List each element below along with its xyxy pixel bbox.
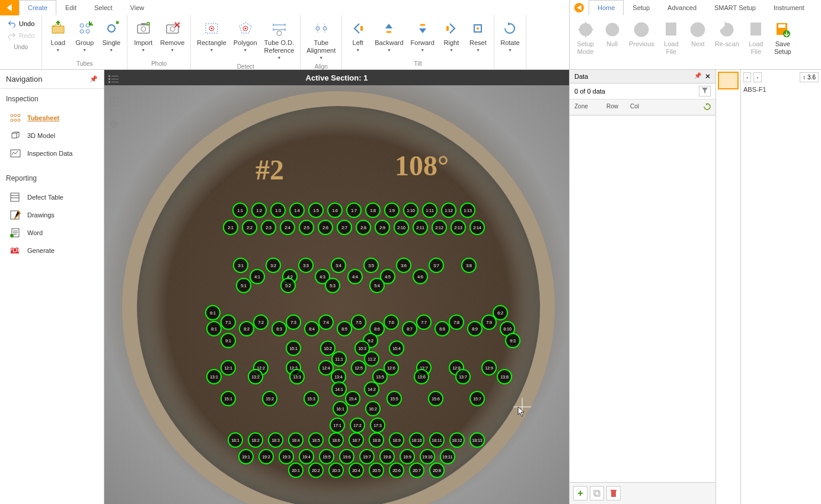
app-logo-right[interactable]	[570, 0, 589, 15]
tube-14-2[interactable]: 14:2	[364, 381, 379, 397]
tube-2-11[interactable]: 2:11	[413, 220, 428, 235]
tube-2-4[interactable]: 2:4	[280, 220, 295, 235]
tube-8-9[interactable]: 8:9	[467, 321, 483, 336]
tube-19-6[interactable]: 19:6	[339, 449, 354, 464]
polygon-button[interactable]: Polygon▼	[230, 17, 261, 54]
filter-icon[interactable]	[699, 86, 711, 97]
rotate-button[interactable]: Rotate▼	[497, 17, 523, 54]
tube-2-7[interactable]: 2:7	[337, 220, 352, 235]
inspector-val1[interactable]: -	[743, 72, 751, 82]
tube-13-8[interactable]: 13:8	[497, 369, 512, 384]
tube-2-14[interactable]: 2:14	[469, 220, 485, 235]
delete-button[interactable]	[606, 486, 621, 500]
tube-5-1[interactable]: 5:1	[236, 278, 251, 293]
tube-18-1[interactable]: 18:1	[228, 432, 243, 448]
tube-9-1[interactable]: 9:1	[221, 333, 236, 348]
tube-19-11[interactable]: 19:11	[440, 449, 455, 464]
tube-8-7[interactable]: 8:7	[402, 321, 417, 336]
menu-tab-setup[interactable]: Setup	[624, 0, 659, 15]
pin-icon[interactable]: 📌	[90, 75, 98, 83]
tube-7-1[interactable]: 7:1	[221, 314, 236, 330]
tube-20-1[interactable]: 20:1	[288, 463, 304, 478]
tube-1-1[interactable]: 1:1	[232, 203, 248, 218]
tube-19-9[interactable]: 19:9	[400, 449, 415, 464]
backward-button[interactable]: Backward▼	[371, 17, 407, 54]
menu-tab-smart-setup[interactable]: SMART Setup	[705, 0, 765, 15]
add-button[interactable]: +	[573, 486, 587, 500]
setupmode-button[interactable]: SetupMode	[572, 18, 599, 67]
tube-12-5[interactable]: 12:5	[351, 360, 366, 375]
tube-19-1[interactable]: 19:1	[238, 449, 254, 464]
tube-18-4[interactable]: 18:4	[288, 432, 304, 448]
savesetup-button[interactable]: SaveSetup	[769, 18, 796, 67]
tube-9-3[interactable]: 9:3	[505, 333, 520, 348]
tube-20-7[interactable]: 20:7	[409, 463, 424, 478]
close-icon[interactable]: ✕	[705, 72, 711, 81]
inspector-val2[interactable]: -	[753, 72, 761, 82]
col-refresh-icon[interactable]	[699, 102, 715, 113]
tube-15-2[interactable]: 15:2	[262, 391, 277, 406]
tube-5-2[interactable]: 5:2	[280, 278, 296, 293]
tube-7-4[interactable]: 7:4	[318, 314, 334, 330]
tube-1-9[interactable]: 1:9	[384, 203, 400, 218]
tube-18-10[interactable]: 18:10	[409, 432, 424, 448]
undo-button[interactable]: Undo	[6, 18, 36, 30]
tube-7-8[interactable]: 7:8	[449, 314, 464, 330]
null-button[interactable]: Null	[599, 18, 625, 67]
tube-19-10[interactable]: 19:10	[420, 449, 435, 464]
rescan-button[interactable]: Re-scan	[711, 18, 743, 67]
tube-7-5[interactable]: 7:5	[351, 314, 366, 330]
next-button[interactable]: Next	[685, 18, 711, 67]
right-button[interactable]: Right▼	[438, 17, 465, 54]
tube-18-6[interactable]: 18:6	[328, 432, 344, 448]
tube-18-2[interactable]: 18:2	[248, 432, 263, 448]
tube-8-3[interactable]: 8:3	[271, 321, 287, 336]
list-tool-icon[interactable]	[108, 73, 120, 85]
tube-18-8[interactable]: 18:8	[369, 432, 384, 448]
tube-14-1[interactable]: 14:1	[331, 381, 347, 397]
tube-3-7[interactable]: 3:7	[429, 258, 444, 273]
tube-19-2[interactable]: 19:2	[258, 449, 274, 464]
tube-8-8[interactable]: 8:8	[435, 321, 450, 336]
menu-tab-advanced[interactable]: Advanced	[659, 0, 705, 15]
menu-tab-home[interactable]: Home	[589, 0, 624, 15]
tube-20-5[interactable]: 20:5	[369, 463, 384, 478]
tube-18-11[interactable]: 18:11	[429, 432, 445, 448]
tube-3-8[interactable]: 3:8	[461, 258, 477, 273]
nav-item-3dmodel[interactable]: 3D Model	[6, 127, 98, 145]
tube-7-6[interactable]: 7:6	[384, 314, 399, 330]
tube-8-5[interactable]: 8:5	[337, 321, 352, 336]
tube-2-9[interactable]: 2:9	[375, 220, 390, 235]
tube-19-3[interactable]: 19:3	[279, 449, 294, 464]
tube-18-7[interactable]: 18:7	[349, 432, 364, 448]
tube-18-13[interactable]: 18:13	[469, 432, 485, 448]
tube-17-2[interactable]: 17:2	[350, 418, 365, 433]
gear-tool-icon[interactable]	[108, 118, 120, 130]
tube-13-1[interactable]: 13:1	[206, 369, 222, 384]
tube-1-11[interactable]: 1:11	[422, 203, 437, 218]
inspector-height[interactable]: ↕ 3.6	[800, 72, 819, 82]
strip-highlight[interactable]	[718, 72, 739, 89]
tube-2-6[interactable]: 2:6	[318, 220, 333, 235]
tube-7-3[interactable]: 7:3	[286, 314, 301, 330]
tube-10-1[interactable]: 10:1	[286, 341, 301, 356]
tube-15-3[interactable]: 15:3	[304, 391, 319, 406]
left-button[interactable]: Left▼	[344, 17, 371, 54]
tube-19-4[interactable]: 19:4	[299, 449, 314, 464]
reset-button[interactable]: Reset▼	[465, 17, 491, 54]
tube-8-4[interactable]: 8:4	[304, 321, 320, 336]
tube-15-4[interactable]: 15:4	[345, 391, 360, 406]
tube-7-7[interactable]: 7:7	[416, 314, 432, 330]
nav-item-defecttable[interactable]: Defect Table	[6, 188, 98, 206]
tube-8-2[interactable]: 8:2	[239, 321, 254, 336]
col-col[interactable]: Col	[625, 102, 649, 113]
tube-13-2[interactable]: 13:2	[248, 369, 263, 384]
nav-item-generate[interactable]: PDFGenerate	[6, 242, 98, 259]
tube-1-8[interactable]: 1:8	[365, 203, 381, 218]
pin-icon[interactable]: 📌	[694, 72, 701, 81]
tube-15-1[interactable]: 15:1	[221, 391, 236, 406]
tube-10-4[interactable]: 10:4	[389, 341, 404, 356]
tube-3-5[interactable]: 3:5	[363, 258, 379, 273]
col-row[interactable]: Row	[602, 102, 625, 113]
app-logo-left[interactable]	[0, 0, 19, 15]
